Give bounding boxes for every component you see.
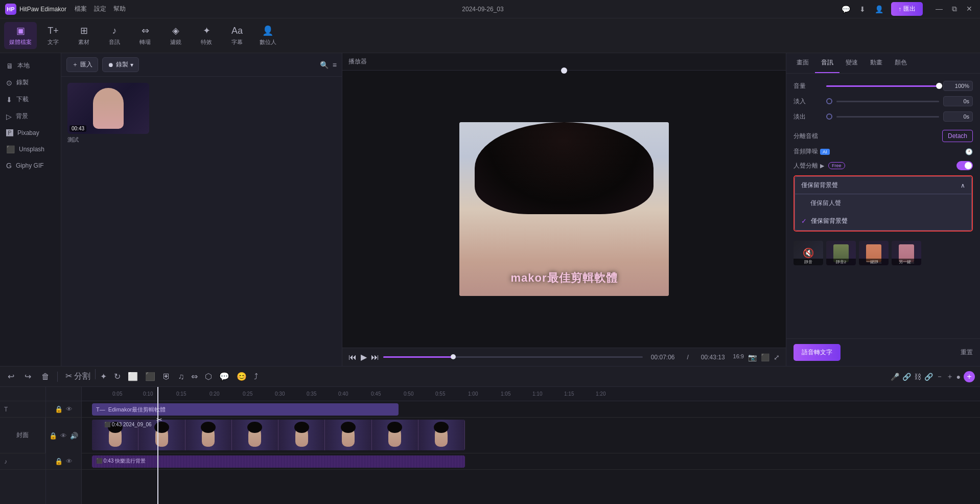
plus-small-button[interactable]: ＋ [946, 372, 953, 381]
text-track-block[interactable]: T— Edimakor最佳剪輯軟體 [92, 403, 399, 416]
sidebar-item-background[interactable]: ▷ 背景 [0, 108, 61, 125]
dot-button[interactable]: ● [956, 373, 961, 381]
media-thumbnail[interactable]: 00:43 [67, 83, 149, 134]
tool-text[interactable]: T+ 文字 [39, 22, 67, 49]
close-button[interactable]: ✕ [964, 4, 975, 14]
media-list-button[interactable]: ≡ [333, 61, 337, 69]
video-speaker-icon[interactable]: 🔊 [70, 432, 78, 440]
menu-help[interactable]: 幫助 [113, 5, 126, 13]
unlink-button[interactable]: 🔗 [924, 373, 933, 381]
tab-picture[interactable]: 畫面 [790, 53, 815, 73]
redo-button[interactable]: ↪ [22, 370, 34, 383]
record-button[interactable]: ⏺ 錄製 ▾ [102, 57, 139, 72]
split-button[interactable]: ✂ 分割 [63, 369, 93, 384]
subtitle-tl-button[interactable]: 💬 [217, 369, 232, 384]
tool-audio[interactable]: ♪ 音訊 [100, 22, 129, 49]
text-lock-icon[interactable]: 🔒 [55, 405, 63, 413]
minus-button[interactable]: － [936, 372, 943, 381]
audio-edit-button[interactable]: ♫ [175, 369, 186, 384]
media-search-button[interactable]: 🔍 [320, 61, 329, 69]
thumb-item-0[interactable]: 🔇 靜音 [794, 241, 823, 265]
transform-button[interactable]: ⬡ [202, 369, 215, 384]
fade-in-slider[interactable] [836, 101, 939, 102]
ai-denoise-clock-icon[interactable]: 🕐 [965, 148, 973, 155]
tool-avatar[interactable]: 👤 數位人 [253, 22, 282, 49]
mic-button[interactable]: 🎤 [891, 373, 899, 381]
link-button[interactable]: 🔗 [902, 373, 911, 381]
fullscreen-icon[interactable]: ⤢ [774, 353, 780, 361]
download-icon[interactable]: ⬇ [858, 4, 867, 15]
vocal-sep-toggle[interactable] [956, 161, 973, 170]
sidebar-item-local[interactable]: 🖥 本地 [0, 57, 61, 74]
preview-progress-bar[interactable] [383, 356, 643, 358]
link2-button[interactable]: ⛓ [914, 373, 921, 381]
play-prev-button[interactable]: ⏮ [348, 353, 357, 362]
import-button[interactable]: ＋ 匯入 [66, 57, 98, 72]
fade-out-slider[interactable] [836, 116, 939, 118]
volume-value[interactable]: 100% [943, 81, 973, 91]
minimize-button[interactable]: — [933, 4, 945, 14]
tab-speed[interactable]: 變速 [839, 53, 864, 73]
sidebar-item-pixabay[interactable]: 🅿 Pixabay [0, 125, 61, 141]
tool-subtitle[interactable]: Aa 字幕 [223, 22, 251, 49]
account-icon[interactable]: 👤 [873, 4, 885, 15]
detach-button[interactable]: Detach [942, 130, 973, 142]
sidebar-item-download[interactable]: ⬇ 下載 [0, 91, 61, 108]
thumb-label-1: 靜音2 [826, 259, 856, 265]
tab-color[interactable]: 顏色 [889, 53, 913, 73]
audio-track-block[interactable]: ⬛ 0:43 快樂流行背景 [92, 455, 465, 468]
chat-icon[interactable]: 💬 [840, 4, 852, 15]
reset-button[interactable]: 重置 [961, 348, 973, 357]
dropdown-option-voice[interactable]: 僅保留人聲 [795, 194, 971, 212]
tool-effect[interactable]: ✦ 特效 [192, 22, 221, 49]
sidebar-item-unsplash[interactable]: ⬛ Unsplash [0, 141, 61, 157]
video-lock-icon[interactable]: 🔒 [49, 432, 57, 440]
menu-file[interactable]: 檔案 [75, 5, 87, 13]
thumb-item-3[interactable]: 另一鍵... [892, 241, 921, 265]
thumb-item-1[interactable]: 靜音2 [826, 241, 856, 265]
crop-tl-button[interactable]: ⬜ [125, 369, 141, 384]
video-eye-icon[interactable]: 👁 [60, 432, 67, 440]
camera-icon[interactable]: 📷 [748, 353, 757, 361]
tool-material[interactable]: ⊞ 素材 [69, 22, 98, 49]
loop-button[interactable]: ↻ [111, 369, 123, 384]
tab-animation[interactable]: 動畫 [864, 53, 889, 73]
fade-out-value[interactable]: 0s [943, 111, 973, 122]
dropdown-option-background[interactable]: ✓ 僅保留背景聲 [795, 212, 971, 230]
shield-button[interactable]: ⛨ [160, 369, 173, 384]
flip-button[interactable]: ⇔ [189, 369, 200, 384]
crop-icon[interactable]: ⬛ [761, 353, 769, 361]
play-next-button[interactable]: ⏭ [371, 353, 379, 362]
tab-audio[interactable]: 音訊 [815, 53, 839, 73]
tool-filter[interactable]: ◈ 濾鏡 [161, 22, 190, 49]
ruler-mark-10: 0:10 [143, 391, 153, 397]
ruler-mark-30: 0:30 [275, 391, 285, 397]
magic-button[interactable]: ✦ [98, 369, 109, 384]
maximize-button[interactable]: ⧉ [949, 4, 960, 14]
tracks-container: ✂ T— Edimakor最佳剪輯軟體 ⬛ 0:43 2024_09_06 [82, 401, 980, 504]
play-button[interactable]: ▶ [361, 352, 367, 362]
thumb-item-2[interactable]: 一鍵靜... [859, 241, 889, 265]
fade-in-value[interactable]: 0s [943, 96, 973, 106]
fit-button[interactable]: ⬛ [143, 369, 158, 384]
undo-button[interactable]: ↩ [5, 370, 17, 383]
menu-settings[interactable]: 設定 [94, 5, 106, 13]
export-button[interactable]: ↑ 匯出 [891, 2, 923, 16]
volume-slider[interactable] [826, 85, 939, 87]
tool-transition[interactable]: ⇔ 轉場 [131, 22, 159, 49]
export-tl-button[interactable]: ⤴ [251, 369, 261, 384]
video-subtitle: makor最佳剪輯軟體 [459, 270, 669, 286]
audio-eye-icon[interactable]: 👁 [66, 457, 73, 465]
face-button[interactable]: 😊 [234, 369, 249, 384]
add-track-button[interactable]: + [964, 371, 975, 382]
pixabay-icon: 🅿 [6, 129, 13, 137]
audio-lock-icon[interactable]: 🔒 [55, 457, 63, 465]
sidebar-item-record[interactable]: ⊙ 錄製 [0, 74, 61, 91]
video-track-block[interactable]: ⬛ 0:43 2024_09_06 [92, 420, 465, 450]
text-eye-icon[interactable]: 👁 [66, 405, 73, 413]
sidebar-item-giphy[interactable]: G Giphy GIF [0, 157, 61, 174]
dropdown-header[interactable]: 僅保留背景聲 ∧ [795, 176, 972, 194]
speech-to-text-button[interactable]: 語音轉文字 [794, 344, 841, 361]
delete-button[interactable]: 🗑 [39, 370, 52, 383]
tool-media[interactable]: ▣ 媒體檔案 [4, 22, 37, 49]
